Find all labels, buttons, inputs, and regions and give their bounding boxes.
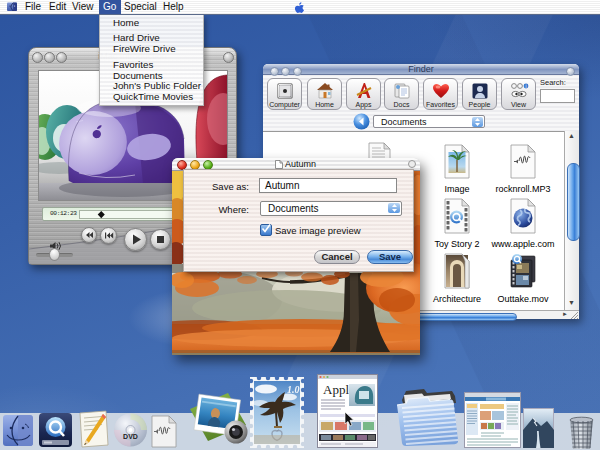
svg-text:DVD: DVD xyxy=(123,433,138,440)
svg-text:1.0: 1.0 xyxy=(287,384,300,395)
svg-text:i: i xyxy=(525,84,526,89)
